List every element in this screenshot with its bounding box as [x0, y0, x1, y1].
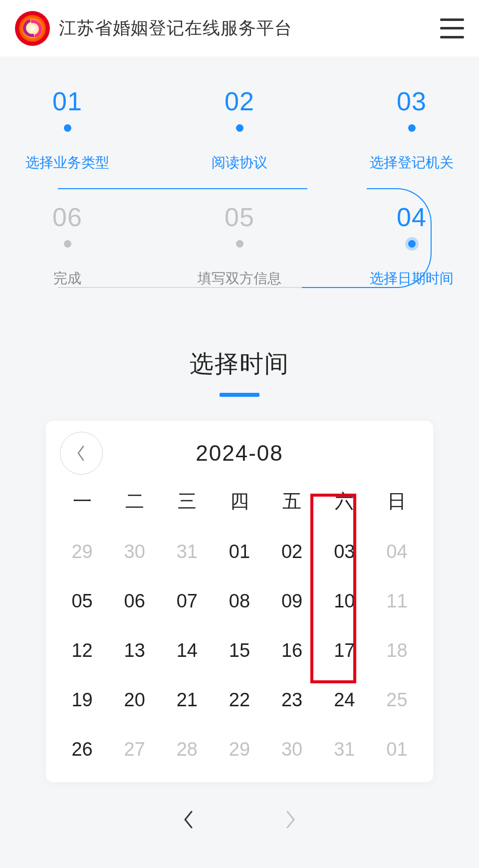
calendar-day[interactable]: 13 — [108, 633, 161, 668]
calendar-weekday-header: 五 — [266, 483, 318, 520]
step-label: 选择登记机关 — [364, 153, 459, 172]
calendar-weekday-header: 三 — [161, 483, 213, 520]
calendar-header: 2024-08 — [56, 441, 423, 466]
calendar-day: 31 — [161, 534, 213, 570]
calendar-day: 31 — [318, 732, 371, 767]
app-logo-icon — [15, 11, 50, 46]
nav-next-button[interactable] — [274, 805, 306, 840]
step-label: 阅读协议 — [192, 153, 287, 172]
header-left: 江苏省婚姻登记在线服务平台 — [15, 11, 292, 46]
step-dot-icon — [64, 124, 71, 132]
step-connector-bottom-ext — [302, 287, 367, 288]
calendar-day[interactable]: 19 — [56, 682, 108, 718]
step-number: 05 — [192, 202, 287, 232]
step-06: 06 完成 — [20, 202, 115, 288]
calendar-day[interactable]: 14 — [161, 633, 213, 668]
calendar-day[interactable]: 03 — [318, 534, 371, 570]
step-connector-top — [58, 188, 307, 189]
steps-row-bottom: 06 完成 05 填写双方信息 04 选择日期时间 — [0, 202, 479, 288]
calendar-day: 29 — [56, 534, 108, 570]
calendar-day[interactable]: 17 — [318, 633, 371, 668]
section-header: 选择时间 — [0, 348, 479, 397]
chevron-left-icon — [183, 810, 195, 830]
step-dot-icon — [236, 240, 243, 248]
step-label: 选择日期时间 — [364, 269, 459, 288]
calendar-day: 30 — [108, 534, 161, 570]
nav-prev-button[interactable] — [173, 805, 205, 840]
calendar-day: 27 — [108, 732, 161, 767]
calendar-day[interactable]: 21 — [161, 682, 213, 718]
calendar-month-label: 2024-08 — [196, 441, 283, 466]
calendar-day[interactable]: 12 — [56, 633, 108, 668]
calendar-weekday-header: 一 — [56, 483, 108, 520]
calendar-day: 18 — [371, 633, 423, 668]
step-04: 04 选择日期时间 — [364, 202, 459, 288]
calendar-day[interactable]: 26 — [56, 732, 108, 767]
app-header: 江苏省婚姻登记在线服务平台 — [0, 0, 479, 56]
footer-nav — [0, 797, 479, 847]
calendar-day[interactable]: 05 — [56, 583, 108, 619]
calendar-day[interactable]: 08 — [213, 583, 265, 619]
calendar-weekday-header: 日 — [371, 483, 423, 520]
calendar-day[interactable]: 15 — [213, 633, 265, 668]
step-dot-icon — [64, 240, 71, 248]
chevron-right-icon — [284, 810, 296, 830]
step-dot-icon — [408, 124, 416, 132]
calendar-day[interactable]: 07 — [161, 583, 213, 619]
app-title: 江苏省婚姻登记在线服务平台 — [59, 16, 292, 40]
calendar-day: 01 — [371, 732, 423, 767]
step-number: 06 — [20, 202, 115, 232]
calendar-day[interactable]: 20 — [108, 682, 161, 718]
hamburger-menu-icon[interactable] — [440, 18, 464, 38]
calendar-weekday-header: 四 — [213, 483, 265, 520]
calendar-day: 30 — [266, 732, 318, 767]
calendar-grid: 一二三四五六日293031010203040506070809101112131… — [56, 483, 423, 767]
step-03: 03 选择登记机关 — [364, 86, 459, 172]
calendar-day[interactable]: 23 — [266, 682, 318, 718]
calendar-day: 25 — [371, 682, 423, 718]
calendar-day[interactable]: 22 — [213, 682, 265, 718]
calendar-day: 11 — [371, 583, 423, 619]
section-underline — [220, 393, 259, 397]
calendar-day[interactable]: 02 — [266, 534, 318, 570]
calendar-day[interactable]: 16 — [266, 633, 318, 668]
step-label: 完成 — [20, 269, 115, 288]
calendar-day: 29 — [213, 732, 265, 767]
calendar-weekday-header: 二 — [108, 483, 161, 520]
calendar-card: 2024-08 一二三四五六日2930310102030405060708091… — [46, 421, 433, 782]
step-02: 02 阅读协议 — [192, 86, 287, 172]
chevron-left-icon — [76, 445, 86, 462]
step-01: 01 选择业务类型 — [20, 86, 115, 172]
calendar-day[interactable]: 06 — [108, 583, 161, 619]
calendar-day[interactable]: 09 — [266, 583, 318, 619]
step-number: 02 — [192, 86, 287, 116]
steps-row-top: 01 选择业务类型 02 阅读协议 03 选择登记机关 — [0, 86, 479, 172]
step-label: 填写双方信息 — [192, 269, 287, 288]
step-dot-icon — [236, 124, 243, 132]
calendar-day[interactable]: 24 — [318, 682, 371, 718]
step-number: 01 — [20, 86, 115, 116]
calendar-weekday-header: 六 — [318, 483, 371, 520]
step-number: 04 — [364, 202, 459, 232]
progress-steps: 01 选择业务类型 02 阅读协议 03 选择登记机关 06 完成 05 填写双… — [0, 56, 479, 288]
calendar-day: 28 — [161, 732, 213, 767]
step-dot-icon — [408, 240, 416, 248]
calendar-day: 04 — [371, 534, 423, 570]
step-05: 05 填写双方信息 — [192, 202, 287, 288]
step-number: 03 — [364, 86, 459, 116]
calendar-prev-month-button[interactable] — [60, 432, 103, 475]
calendar-day[interactable]: 10 — [318, 583, 371, 619]
calendar-day[interactable]: 01 — [213, 534, 265, 570]
step-label: 选择业务类型 — [20, 153, 115, 172]
section-title: 选择时间 — [0, 348, 479, 380]
